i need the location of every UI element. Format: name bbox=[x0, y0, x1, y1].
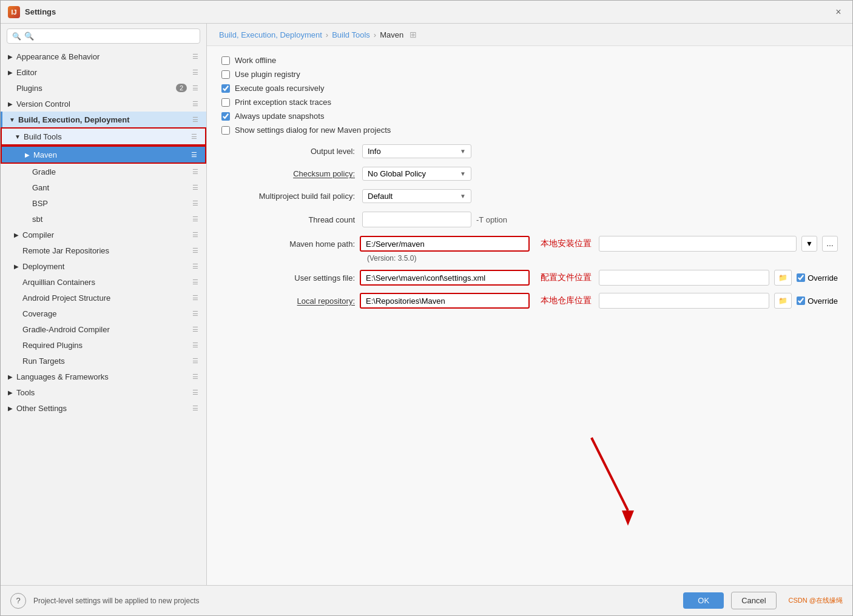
sidebar-item-gradle[interactable]: ▶ Gradle ☰ bbox=[1, 164, 206, 179]
sidebar-item-languages[interactable]: ▶ Languages & Frameworks ☰ bbox=[1, 369, 206, 384]
sidebar-item-other-settings[interactable]: ▶ Other Settings ☰ bbox=[1, 400, 206, 416]
local-repository-chinese-label: 本地仓库位置 bbox=[541, 295, 592, 306]
breadcrumb-part-1[interactable]: Build, Execution, Deployment bbox=[219, 30, 322, 39]
dropdown-arrow-icon: ▼ bbox=[460, 148, 466, 155]
pin-icon: ☰ bbox=[190, 246, 200, 255]
user-settings-label: User settings file: bbox=[221, 273, 355, 283]
local-repository-override-checkbox[interactable] bbox=[797, 296, 805, 305]
sidebar-item-deployment[interactable]: ▶ Deployment ☰ bbox=[1, 258, 206, 274]
sidebar-item-editor[interactable]: ▶ Editor ☰ bbox=[1, 64, 206, 80]
maven-home-row: Maven home path: 本地安装位置 ▼ … bbox=[221, 236, 838, 252]
user-settings-override-label: Override bbox=[797, 273, 838, 283]
sidebar-item-label: sbt bbox=[32, 215, 190, 224]
user-settings-full-input[interactable] bbox=[599, 270, 769, 286]
pin-icon: ☰ bbox=[190, 52, 200, 61]
app-icon: IJ bbox=[8, 6, 20, 18]
pin-icon: ☰ bbox=[190, 372, 200, 381]
output-level-dropdown[interactable]: Info ▼ bbox=[362, 144, 471, 158]
sidebar-item-build-exec-deploy[interactable]: ▼ Build, Execution, Deployment ☰ bbox=[1, 112, 206, 127]
pin-icon: ☰ bbox=[190, 356, 200, 366]
thread-count-area: -T option bbox=[362, 212, 507, 227]
dropdown-arrow-icon: ▼ bbox=[460, 193, 466, 199]
pin-icon: ☰ bbox=[189, 132, 199, 141]
sidebar-item-label: Run Targets bbox=[22, 357, 190, 366]
help-button[interactable]: ? bbox=[10, 593, 26, 609]
watermark-label: CSDN @在线缘绳 bbox=[789, 596, 843, 605]
show-settings-dialog-checkbox[interactable] bbox=[221, 126, 230, 135]
always-update-checkbox[interactable] bbox=[221, 112, 230, 121]
pin-icon: ☰ bbox=[190, 115, 200, 124]
multiproject-policy-dropdown[interactable]: Default ▼ bbox=[362, 189, 471, 203]
breadcrumb-sep-2: › bbox=[374, 30, 376, 39]
pin-icon: ☰ bbox=[190, 324, 200, 334]
sidebar-item-maven[interactable]: ▶ Maven ☰ bbox=[1, 146, 206, 164]
checksum-policy-label: Checksum policy: bbox=[221, 169, 355, 178]
sidebar-item-plugins[interactable]: ▶ Plugins 2 ☰ bbox=[1, 80, 206, 96]
user-settings-browse-button[interactable]: 📁 bbox=[774, 270, 792, 286]
sidebar-item-arquillian[interactable]: ▶ Arquillian Containers ☰ bbox=[1, 274, 206, 290]
bottom-note: Project-level settings will be applied t… bbox=[33, 597, 676, 605]
sidebar-item-coverage[interactable]: ▶ Coverage ☰ bbox=[1, 306, 206, 321]
sidebar-item-tools[interactable]: ▶ Tools ☰ bbox=[1, 384, 206, 400]
pin-icon: ☰ bbox=[190, 198, 200, 208]
expand-icon: ▼ bbox=[8, 116, 16, 123]
title-bar: IJ Settings × bbox=[1, 1, 852, 24]
sidebar-item-sbt[interactable]: ▶ sbt ☰ bbox=[1, 211, 206, 227]
local-repository-label: Local repository: bbox=[221, 296, 355, 306]
show-settings-dialog-label: Show settings dialog for new Maven proje… bbox=[235, 126, 391, 135]
breadcrumb-pin-icon[interactable]: ⊞ bbox=[410, 30, 417, 39]
checkbox-plugin-registry-row: Use plugin registry bbox=[221, 70, 838, 79]
pin-icon: ☰ bbox=[190, 182, 200, 192]
close-button[interactable]: × bbox=[832, 5, 845, 19]
user-settings-input-highlighted[interactable] bbox=[360, 270, 530, 286]
local-repository-input-highlighted[interactable] bbox=[360, 293, 530, 309]
local-repository-browse-button[interactable]: 📁 bbox=[774, 293, 792, 309]
sidebar-item-label: Plugins bbox=[16, 84, 176, 93]
breadcrumb-part-2[interactable]: Build Tools bbox=[332, 30, 370, 39]
search-box[interactable]: 🔍 bbox=[7, 28, 200, 44]
sidebar-item-appearance[interactable]: ▶ Appearance & Behavior ☰ bbox=[1, 49, 206, 64]
sidebar-item-bsp[interactable]: ▶ BSP ☰ bbox=[1, 195, 206, 211]
execute-goals-checkbox[interactable] bbox=[221, 84, 230, 93]
pin-icon: ☰ bbox=[190, 387, 200, 397]
expand-icon: ▶ bbox=[13, 232, 20, 238]
sidebar-item-version-control[interactable]: ▶ Version Control ☰ bbox=[1, 96, 206, 112]
pin-icon: ☰ bbox=[190, 230, 200, 239]
ok-button[interactable]: OK bbox=[683, 592, 724, 609]
work-offline-checkbox[interactable] bbox=[221, 56, 230, 65]
maven-version-label: (Version: 3.5.0) bbox=[367, 254, 838, 263]
cancel-button[interactable]: Cancel bbox=[731, 592, 776, 609]
multiproject-policy-label: Multiproject build fail policy: bbox=[221, 192, 355, 201]
output-level-row: Output level: Info ▼ bbox=[221, 144, 838, 158]
thread-count-label: Thread count bbox=[221, 215, 355, 224]
maven-home-browse-button[interactable]: … bbox=[822, 236, 838, 252]
expand-icon: ▶ bbox=[7, 373, 14, 380]
use-plugin-registry-label: Use plugin registry bbox=[235, 70, 300, 79]
sidebar-item-build-tools[interactable]: ▼ Build Tools ☰ bbox=[1, 127, 206, 146]
breadcrumb-sep-1: › bbox=[326, 30, 328, 39]
maven-home-chinese-label: 本地安装位置 bbox=[541, 238, 592, 249]
sidebar-item-required-plugins[interactable]: ▶ Required Plugins ☰ bbox=[1, 337, 206, 353]
sidebar-item-run-targets[interactable]: ▶ Run Targets ☰ bbox=[1, 353, 206, 369]
sidebar-item-label: Remote Jar Repositories bbox=[22, 246, 190, 255]
thread-count-input[interactable] bbox=[362, 212, 471, 227]
sidebar-item-label: Coverage bbox=[22, 309, 190, 318]
pin-icon: ☰ bbox=[190, 340, 200, 350]
sidebar-item-remote-jar[interactable]: ▶ Remote Jar Repositories ☰ bbox=[1, 243, 206, 258]
sidebar-item-gradle-android[interactable]: ▶ Gradle-Android Compiler ☰ bbox=[1, 321, 206, 337]
pin-icon: ☰ bbox=[190, 67, 200, 77]
print-exception-checkbox[interactable] bbox=[221, 98, 230, 107]
sidebar-item-compiler[interactable]: ▶ Compiler ☰ bbox=[1, 227, 206, 243]
maven-home-dropdown-button[interactable]: ▼ bbox=[801, 236, 817, 252]
maven-home-input-highlighted[interactable] bbox=[360, 236, 530, 252]
sidebar-item-gant[interactable]: ▶ Gant ☰ bbox=[1, 179, 206, 195]
sidebar-item-android-project[interactable]: ▶ Android Project Structure ☰ bbox=[1, 290, 206, 306]
local-repository-full-input[interactable] bbox=[599, 293, 769, 309]
use-plugin-registry-checkbox[interactable] bbox=[221, 70, 230, 79]
user-settings-row: User settings file: 配置文件位置 📁 Override bbox=[221, 270, 838, 286]
checksum-policy-dropdown[interactable]: No Global Policy ▼ bbox=[362, 167, 471, 181]
maven-home-full-input[interactable] bbox=[599, 236, 797, 252]
pin-icon: ☰ bbox=[190, 277, 200, 287]
user-settings-override-checkbox[interactable] bbox=[797, 273, 805, 282]
search-input[interactable] bbox=[24, 32, 195, 41]
